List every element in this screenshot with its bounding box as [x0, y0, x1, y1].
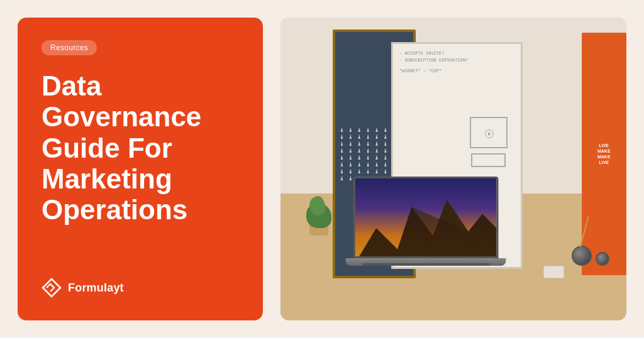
laptop [353, 177, 499, 266]
right-panel: - ACCEPTS INVITE? - SUBSCRIPTION EXPIRAT… [280, 18, 626, 320]
laptop-base [346, 258, 506, 266]
motive-text: LIVEMAKEMAKELIVE [597, 143, 611, 165]
plant [298, 203, 340, 236]
resources-badge[interactable]: Resources [42, 40, 97, 55]
whiteboard-text: - ACCEPTS INVITE? - SUBSCRIPTION EXPIRAT… [399, 50, 468, 75]
motivational-poster: LIVEMAKEMAKELIVE [582, 33, 627, 275]
wireframe-play-icon [485, 129, 494, 138]
formulayt-diamond-icon [42, 278, 62, 298]
smartphone [543, 266, 564, 278]
wireframe-box-top [470, 117, 508, 148]
logo-area: Formulayt [42, 278, 239, 298]
camera-lens-small [596, 252, 609, 266]
plant-leaves [306, 203, 331, 228]
svg-marker-0 [43, 279, 60, 297]
laptop-screen [353, 177, 499, 258]
logo-label: Formulayt [68, 281, 124, 295]
left-panel: Resources Data Governance Guide For Mark… [18, 18, 263, 320]
article-card: Resources Data Governance Guide For Mark… [0, 0, 644, 338]
article-title: Data Governance Guide For Marketing Oper… [42, 70, 239, 225]
laptop-wallpaper [355, 178, 497, 256]
wireframe-box-bottom: ✕ [471, 153, 506, 167]
camera-lens-large [572, 246, 592, 266]
desk-photo: - ACCEPTS INVITE? - SUBSCRIPTION EXPIRAT… [280, 18, 626, 320]
camera-lens-group [572, 246, 609, 266]
